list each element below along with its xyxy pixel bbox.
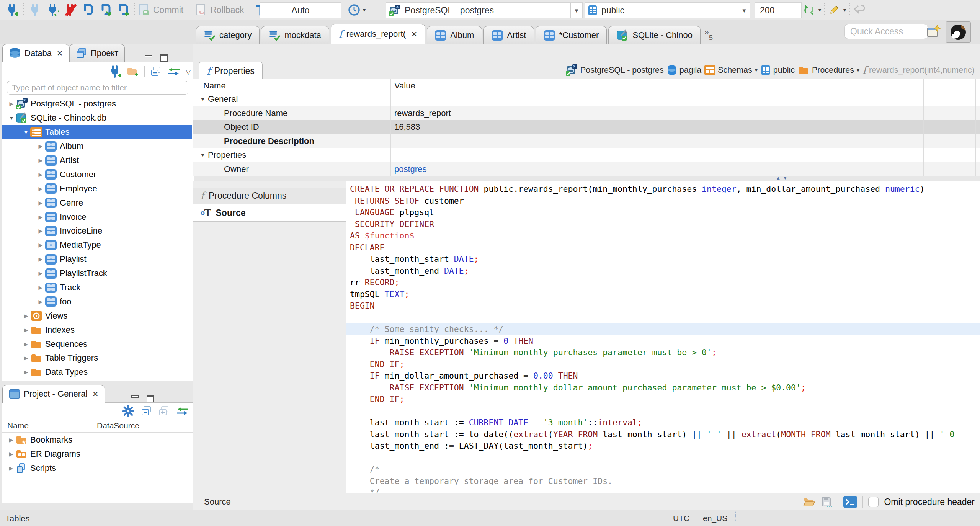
sash-collapse-icon[interactable]: ▲▼ <box>771 175 794 181</box>
subtab-source[interactable]: ‹›TSource <box>193 204 346 222</box>
new-connection-icon[interactable] <box>5 3 18 16</box>
tree-item-mediatype[interactable]: ▶MediaType <box>2 238 192 252</box>
expand-arrow-icon[interactable]: ▶ <box>7 451 15 457</box>
auto-refresh-icon[interactable] <box>802 3 815 16</box>
settings-gear-icon[interactable] <box>122 405 134 417</box>
breadcrumb-procedures[interactable]: Procedures▾ <box>798 65 859 75</box>
new-sql-editor-icon[interactable] <box>99 3 112 16</box>
editor-tab-rewardsreport[interactable]: frewards_report(✕ <box>331 24 425 44</box>
view-menu-icon[interactable]: ▽ <box>186 68 191 75</box>
tree-item-album[interactable]: ▶Album <box>2 139 192 154</box>
tree-item-tables[interactable]: ▼Tables <box>2 125 192 139</box>
tree-item-customer[interactable]: ▶Customer <box>2 167 192 181</box>
navigate-back-icon[interactable] <box>853 4 866 16</box>
tree-item-postgresql---postgres[interactable]: ▶PostgreSQL - postgres <box>2 97 192 111</box>
refresh-dropdown-icon[interactable]: ▾ <box>818 7 821 13</box>
close-icon[interactable]: ✕ <box>92 390 98 399</box>
expand-arrow-icon[interactable]: ▶ <box>37 228 44 234</box>
fetch-size-input[interactable]: 200 <box>755 2 802 18</box>
breadcrumb-pagila[interactable]: pagila <box>667 65 701 75</box>
connection-combo[interactable]: PostgreSQL - postgres ▼ <box>386 2 583 18</box>
schema-dropdown-icon[interactable]: ▼ <box>738 3 750 18</box>
editor-tab-album[interactable]: Album <box>427 26 482 44</box>
tree-item-foo[interactable]: ▶foo <box>2 294 192 309</box>
expand-arrow-icon[interactable]: ▶ <box>37 270 44 276</box>
collapse-arrow-icon[interactable]: ▼ <box>200 96 205 102</box>
collapse-arrow-icon[interactable]: ▼ <box>22 129 30 135</box>
tree-item-invoice[interactable]: ▶Invoice <box>2 210 192 224</box>
save-to-file-icon[interactable] <box>821 496 832 508</box>
property-row-object-id[interactable]: Object ID16,583 <box>193 120 980 134</box>
project-item-er-diagrams[interactable]: ▶ER Diagrams <box>2 447 193 461</box>
source-code-editor[interactable]: CREATE OR REPLACE FUNCTION public.reward… <box>346 181 980 493</box>
breadcrumb-rewards-report-int4-numeric-[interactable]: frewards_report(int4,numeric) <box>862 64 975 76</box>
tree-item-track[interactable]: ▶Track <box>2 281 192 295</box>
expand-arrow-icon[interactable]: ▶ <box>37 157 44 163</box>
new-connection-icon[interactable] <box>108 65 121 78</box>
rollback-icon[interactable] <box>195 3 207 16</box>
schema-combo[interactable]: public ▼ <box>585 2 750 18</box>
property-value[interactable]: postgres <box>394 164 426 174</box>
close-icon[interactable]: ✕ <box>57 49 63 58</box>
open-perspective-icon[interactable] <box>926 25 941 38</box>
tab-overflow-indicator[interactable]: »5 <box>704 29 713 44</box>
property-row-owner[interactable]: Ownerpostgres <box>193 162 980 176</box>
commit-icon[interactable] <box>138 3 150 16</box>
column-datasource[interactable]: DataSource <box>97 421 139 430</box>
autocommit-combo[interactable]: Auto <box>260 2 341 18</box>
editor-tab-category[interactable]: category <box>196 26 260 44</box>
breadcrumb-postgresql---postgres[interactable]: PostgreSQL - postgres <box>565 64 664 76</box>
expand-arrow-icon[interactable]: ▶ <box>22 369 30 375</box>
expand-arrow-icon[interactable]: ▶ <box>22 341 30 347</box>
property-row-procedure-description[interactable]: Procedure Description <box>193 134 980 149</box>
expand-arrow-icon[interactable]: ▶ <box>37 214 44 220</box>
link-with-editor-icon[interactable] <box>167 67 181 77</box>
expand-arrow-icon[interactable]: ▶ <box>37 242 44 248</box>
tree-item-employee[interactable]: ▶Employee <box>2 181 192 196</box>
grid-col-value[interactable]: Value <box>394 81 415 91</box>
history-dropdown-icon[interactable]: ▾ <box>363 7 366 13</box>
expand-arrow-icon[interactable]: ▶ <box>37 299 44 305</box>
connection-dropdown-icon[interactable]: ▼ <box>570 3 582 18</box>
tree-item-sequences[interactable]: ▶Sequences <box>2 337 192 351</box>
expand-arrow-icon[interactable]: ▶ <box>22 355 30 361</box>
new-folder-icon[interactable] <box>127 66 139 77</box>
column-name[interactable]: Name <box>7 421 29 430</box>
grid-col-name[interactable]: Name <box>203 81 226 91</box>
property-row-properties[interactable]: ▼Properties <box>193 148 980 162</box>
link-with-editor-icon[interactable] <box>176 406 189 416</box>
tree-item-views[interactable]: ▶Views <box>2 309 192 323</box>
expand-arrow-icon[interactable]: ▶ <box>8 101 15 107</box>
collapse-arrow-icon[interactable]: ▼ <box>8 115 15 121</box>
navigator-filter-input[interactable] <box>7 81 188 95</box>
tree-item-genre[interactable]: ▶Genre <box>2 196 192 210</box>
maximize-icon[interactable] <box>159 54 169 62</box>
minimize-icon[interactable] <box>130 394 140 403</box>
collapse-all-icon[interactable] <box>140 405 152 417</box>
open-in-sql-console-icon[interactable] <box>843 496 857 508</box>
expand-arrow-icon[interactable]: ▶ <box>37 200 44 206</box>
close-icon[interactable]: ✕ <box>411 30 417 39</box>
expand-arrow-icon[interactable]: ▶ <box>22 327 30 333</box>
load-from-file-icon[interactable] <box>802 497 815 507</box>
tree-item-artist[interactable]: ▶Artist <box>2 154 192 168</box>
collapse-all-icon[interactable] <box>150 66 162 77</box>
tab-database-navigator[interactable]: Databa ✕ <box>2 44 69 62</box>
reconnect-icon[interactable] <box>46 3 59 16</box>
tree-item-playlist[interactable]: ▶Playlist <box>2 252 192 266</box>
status-timezone[interactable]: UTC <box>673 514 689 523</box>
status-locale[interactable]: en_US <box>703 514 727 523</box>
transaction-history-icon[interactable] <box>348 3 361 16</box>
editor-tab-sqlitechinoo[interactable]: SQLite - Chinoo <box>608 26 701 44</box>
omit-procedure-header-label[interactable]: Omit procedure header <box>884 497 975 507</box>
edit-dropdown-icon[interactable]: ▾ <box>843 7 846 13</box>
expand-arrow-icon[interactable]: ▶ <box>22 313 30 319</box>
chevron-down-icon[interactable]: ▾ <box>755 67 758 73</box>
editor-tab-artist[interactable]: Artist <box>483 26 534 44</box>
project-item-bookmarks[interactable]: ▶Bookmarks <box>2 433 193 447</box>
collapse-arrow-icon[interactable]: ▼ <box>200 152 205 158</box>
maximize-icon[interactable] <box>145 394 155 403</box>
expand-arrow-icon[interactable]: ▶ <box>37 172 44 178</box>
tab-projects[interactable]: Проект <box>69 44 125 62</box>
minimize-icon[interactable] <box>144 54 154 62</box>
